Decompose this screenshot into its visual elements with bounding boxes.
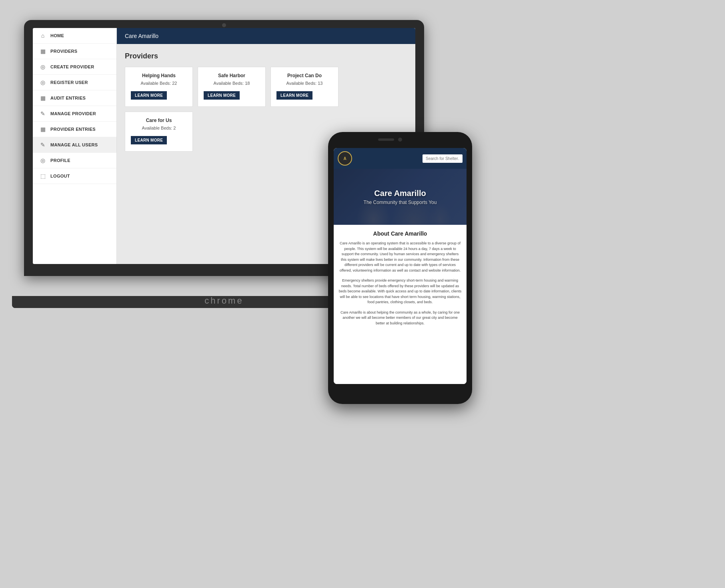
home-icon: ⌂ [39,32,46,39]
person-add-icon: ◎ [39,79,46,86]
account-circle-icon: ◎ [39,63,46,70]
sidebar-item-providers[interactable]: ▦ PROVIDERS [33,44,116,59]
logo-letter: A [343,156,346,161]
sidebar: ⌂ HOME ▦ PROVIDERS ◎ CREATE PROVIDER [33,28,117,264]
phone-nav: A [334,148,467,169]
phone-speaker [378,138,394,141]
provider-card-0: Helping Hands Available Beds: 22 LEARN M… [125,67,193,107]
phone-camera [398,138,402,142]
provider-name-1: Safe Harbor [204,73,260,78]
phone-paragraph-2: Care Amarillo is about helping the commu… [338,310,462,326]
phone-hero: Care Amarillo The Community that Support… [334,169,467,225]
phone-search-input[interactable] [423,154,463,163]
users-edit-icon: ✎ [39,141,46,148]
app-title: Care Amarillo [125,33,158,39]
phone: A Care Amarillo The Community that Suppo… [328,132,472,404]
provider-beds-2: Available Beds: 13 [276,81,332,86]
provider-beds-0: Available Beds: 22 [131,81,187,86]
provider-name-3: Care for Us [131,118,187,123]
provider-card-2: Project Can Do Available Beds: 13 LEARN … [270,67,338,107]
hero-subtitle: The Community that Supports You [364,200,437,205]
sidebar-label-register-user: REGISTER USER [50,80,88,85]
scene: ⌂ HOME ▦ PROVIDERS ◎ CREATE PROVIDER [0,0,725,588]
provider-card-3: Care for Us Available Beds: 2 LEARN MORE [125,112,193,152]
page-title: Providers [125,52,407,60]
sidebar-label-profile: PROFILE [50,158,70,163]
sidebar-item-home[interactable]: ⌂ HOME [33,28,116,44]
phone-body: A Care Amarillo The Community that Suppo… [328,132,472,404]
phone-screen: A Care Amarillo The Community that Suppo… [334,148,467,384]
provider-beds-3: Available Beds: 2 [131,126,187,130]
learn-more-btn-1[interactable]: LEARN MORE [204,91,240,100]
edit-icon: ✎ [39,110,46,117]
sidebar-label-logout: LOGOUT [50,174,70,178]
provider-name-2: Project Can Do [276,73,332,78]
sidebar-label-home: HOME [50,33,64,38]
phone-content: About Care Amarillo Care Amarillo is an … [334,225,467,384]
phone-logo: A [338,151,352,166]
provider-beds-1: Available Beds: 18 [204,81,260,86]
learn-more-btn-0[interactable]: LEARN MORE [131,91,167,100]
phone-paragraph-0: Care Amarillo is an operating system tha… [338,241,462,273]
sidebar-label-manage-all-users: MANAGE ALL USERS [50,142,98,147]
laptop-camera [222,23,226,27]
sidebar-item-manage-all-users[interactable]: ✎ MANAGE ALL USERS [33,137,116,153]
chrome-label: chrome [204,296,243,306]
phone-paragraph-1: Emergency shelters provide emergency sho… [338,278,462,305]
top-bar: Care Amarillo [117,28,415,44]
sidebar-label-providers: PROVIDERS [50,49,78,54]
sidebar-item-provider-entries[interactable]: ▦ PROVIDER ENTRIES [33,122,116,137]
sidebar-label-audit-entries: AUDIT ENTRIES [50,96,86,100]
audit-icon: ▦ [39,94,46,102]
sidebar-item-manage-provider[interactable]: ✎ MANAGE PROVIDER [33,106,116,122]
sidebar-label-provider-entries: PROVIDER ENTRIES [50,127,96,132]
logout-icon: ⬚ [39,172,46,180]
sidebar-item-create-provider[interactable]: ◎ CREATE PROVIDER [33,59,116,75]
sidebar-item-audit-entries[interactable]: ▦ AUDIT ENTRIES [33,90,116,106]
provider-card-1: Safe Harbor Available Beds: 18 LEARN MOR… [198,67,266,107]
entries-icon: ▦ [39,126,46,133]
sidebar-label-manage-provider: MANAGE PROVIDER [50,111,96,116]
list-icon: ▦ [39,48,46,55]
provider-name-0: Helping Hands [131,73,187,78]
sidebar-item-register-user[interactable]: ◎ REGISTER USER [33,75,116,90]
sidebar-item-logout[interactable]: ⬚ LOGOUT [33,168,116,184]
sidebar-item-profile[interactable]: ◎ PROFILE [33,153,116,168]
sidebar-label-create-provider: CREATE PROVIDER [50,64,94,69]
hero-title: Care Amarillo [374,189,426,198]
learn-more-btn-3[interactable]: LEARN MORE [131,136,167,144]
learn-more-btn-2[interactable]: LEARN MORE [276,91,312,100]
profile-icon: ◎ [39,157,46,164]
phone-about-title: About Care Amarillo [338,230,462,237]
